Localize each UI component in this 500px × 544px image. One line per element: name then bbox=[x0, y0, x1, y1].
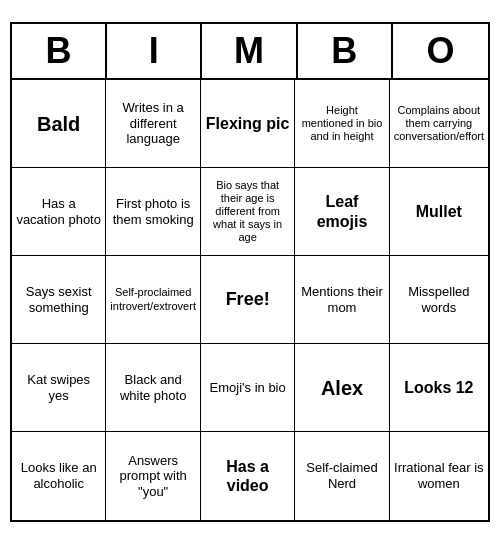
cell-4: Complains about them carrying conversati… bbox=[390, 80, 488, 168]
cell-3: Height mentioned in bio and in height bbox=[295, 80, 389, 168]
cell-10: Says sexist something bbox=[12, 256, 106, 344]
cell-23: Self-claimed Nerd bbox=[295, 432, 389, 520]
cell-12: Free! bbox=[201, 256, 295, 344]
cell-20: Looks like an alcoholic bbox=[12, 432, 106, 520]
cell-7: Bio says that their age is different fro… bbox=[201, 168, 295, 256]
cell-5: Has a vacation photo bbox=[12, 168, 106, 256]
cell-13: Mentions their mom bbox=[295, 256, 389, 344]
cell-8: Leaf emojis bbox=[295, 168, 389, 256]
cell-14: Misspelled words bbox=[390, 256, 488, 344]
cell-24: Irrational fear is women bbox=[390, 432, 488, 520]
header-letter-I: I bbox=[107, 24, 202, 78]
cell-0: Bald bbox=[12, 80, 106, 168]
cell-17: Emoji's in bio bbox=[201, 344, 295, 432]
header-letter-B: B bbox=[298, 24, 393, 78]
cell-2: Flexing pic bbox=[201, 80, 295, 168]
cell-15: Kat swipes yes bbox=[12, 344, 106, 432]
header-letter-M: M bbox=[202, 24, 297, 78]
bingo-grid: BaldWrites in a different languageFlexin… bbox=[12, 80, 488, 520]
bingo-card: BIMBO BaldWrites in a different language… bbox=[10, 22, 490, 522]
cell-9: Mullet bbox=[390, 168, 488, 256]
cell-11: Self-proclaimed introvert/extrovert bbox=[106, 256, 201, 344]
cell-6: First photo is them smoking bbox=[106, 168, 201, 256]
header-row: BIMBO bbox=[12, 24, 488, 80]
cell-19: Looks 12 bbox=[390, 344, 488, 432]
cell-1: Writes in a different language bbox=[106, 80, 201, 168]
cell-18: Alex bbox=[295, 344, 389, 432]
cell-22: Has a video bbox=[201, 432, 295, 520]
header-letter-O: O bbox=[393, 24, 488, 78]
cell-21: Answers prompt with "you" bbox=[106, 432, 201, 520]
header-letter-B: B bbox=[12, 24, 107, 78]
cell-16: Black and white photo bbox=[106, 344, 201, 432]
